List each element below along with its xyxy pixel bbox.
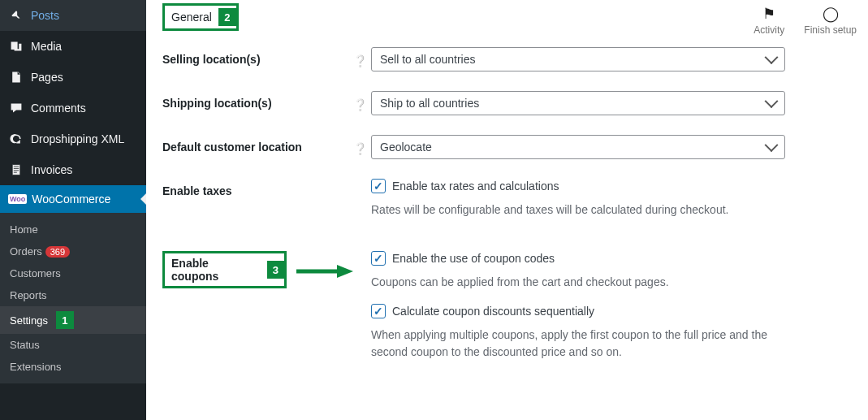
pin-icon	[8, 7, 24, 24]
main-content: ⚑ Activity ◯ Finish setup General 2 Sell…	[146, 0, 868, 420]
activity-button[interactable]: ⚑ Activity	[754, 5, 784, 36]
sidebar-item-dropshipping[interactable]: Dropshipping XML	[0, 123, 146, 154]
sidebar-label: Media	[31, 40, 62, 53]
admin-sidebar: Posts Media Pages Comments Dropshipping …	[0, 0, 146, 420]
checkbox-label: Enable the use of coupon codes	[392, 252, 555, 265]
submenu-reports[interactable]: Reports	[0, 284, 146, 306]
coupons-desc2: When applying multiple coupons, apply th…	[371, 327, 785, 361]
tab-general-highlight[interactable]: General 2	[162, 3, 239, 31]
circle-icon: ◯	[804, 5, 857, 23]
step-badge-3: 3	[267, 261, 284, 279]
top-actions: ⚑ Activity ◯ Finish setup	[754, 5, 857, 36]
enable-coupons-highlight: Enable coupons 3	[162, 251, 287, 288]
taxes-desc: Rates will be configurable and taxes wil…	[371, 201, 785, 219]
select-default-location[interactable]: Geolocate	[371, 135, 785, 159]
step-badge-2: 2	[218, 8, 236, 26]
label-enable-coupons: Enable coupons	[171, 257, 257, 283]
row-default-customer-location: Default customer location ❔ Geolocate	[162, 135, 852, 159]
flag-icon: ⚑	[754, 5, 784, 23]
label-enable-taxes: Enable taxes	[162, 179, 353, 197]
sidebar-item-media[interactable]: Media	[0, 31, 146, 62]
sidebar-item-comments[interactable]: Comments	[0, 93, 146, 123]
checkbox-enable-taxes[interactable]: ✓	[371, 179, 386, 193]
select-shipping-location[interactable]: Ship to all countries	[371, 91, 785, 115]
help-icon[interactable]: ❔	[353, 142, 367, 155]
checkbox-enable-coupons[interactable]: ✓	[371, 251, 386, 266]
coupons-desc1: Coupons can be applied from the cart and…	[371, 274, 785, 291]
checkbox-sequential-coupons[interactable]: ✓	[371, 304, 386, 318]
sidebar-item-pages[interactable]: Pages	[0, 62, 146, 93]
label-default-location: Default customer location	[162, 135, 353, 154]
sidebar-item-invoices[interactable]: Invoices	[0, 154, 146, 185]
sidebar-label: Dropshipping XML	[31, 132, 124, 145]
step-badge-1: 1	[56, 311, 74, 329]
label-selling-location: Selling location(s)	[162, 47, 353, 66]
tab-general-label: General	[171, 11, 218, 24]
sidebar-label: Invoices	[31, 163, 72, 176]
row-selling-location: Selling location(s) ❔ Sell to all countr…	[162, 47, 852, 71]
submenu-extensions[interactable]: Extensions	[0, 356, 146, 378]
media-icon	[8, 38, 24, 54]
help-icon[interactable]: ❔	[353, 54, 367, 67]
row-enable-coupons: Enable coupons 3 ✓ Enable the use of cou…	[162, 251, 852, 374]
arrow-icon	[296, 263, 353, 282]
submenu-orders[interactable]: Orders 369	[0, 240, 146, 262]
sidebar-item-posts[interactable]: Posts	[0, 0, 146, 31]
submenu-settings[interactable]: Settings 1	[0, 306, 146, 334]
sidebar-label: Posts	[31, 9, 59, 22]
label-shipping-location: Shipping location(s)	[162, 91, 353, 110]
settings-form: Selling location(s) ❔ Sell to all countr…	[146, 31, 868, 374]
submenu-status[interactable]: Status	[0, 334, 146, 356]
orders-count-badge: 369	[45, 246, 70, 258]
submenu-customers[interactable]: Customers	[0, 262, 146, 284]
sidebar-item-woocommerce[interactable]: Woo WooCommerce	[0, 185, 146, 213]
comment-icon	[8, 100, 24, 116]
page-icon	[8, 69, 24, 85]
checkbox-label: Calculate coupon discounts sequentially	[392, 305, 594, 318]
sidebar-label: Comments	[31, 102, 86, 115]
row-shipping-location: Shipping location(s) ❔ Ship to all count…	[162, 91, 852, 115]
sidebar-label: WooCommerce	[32, 193, 110, 206]
checkbox-label: Enable tax rates and calculations	[392, 180, 559, 193]
sidebar-label: Pages	[31, 71, 63, 84]
woo-badge-icon: Woo	[8, 194, 27, 204]
row-enable-taxes: Enable taxes ✓ Enable tax rates and calc…	[162, 179, 852, 232]
finish-setup-button[interactable]: ◯ Finish setup	[804, 5, 857, 36]
refresh-icon	[8, 131, 24, 147]
submenu-home[interactable]: Home	[0, 219, 146, 240]
select-selling-location[interactable]: Sell to all countries	[371, 47, 785, 71]
woo-submenu: Home Orders 369 Customers Reports Settin…	[0, 213, 146, 383]
svg-marker-1	[337, 265, 353, 278]
invoice-icon	[8, 162, 24, 178]
help-icon[interactable]: ❔	[353, 98, 367, 111]
